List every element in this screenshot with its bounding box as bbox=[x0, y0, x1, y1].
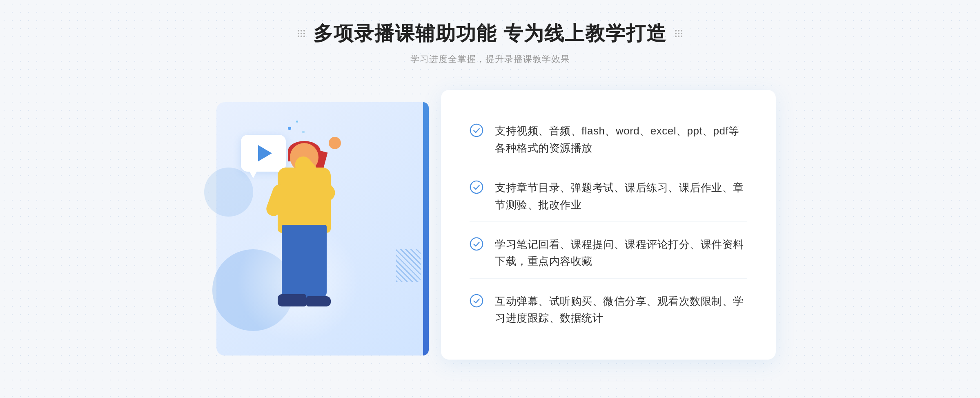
svg-point-0 bbox=[470, 124, 483, 136]
check-circle-icon-2 bbox=[470, 180, 483, 194]
right-decorative-dots bbox=[675, 30, 682, 37]
feature-item-4: 互动弹幕、试听购买、微信分享、观看次数限制、学习进度跟踪、数据统计 bbox=[470, 285, 747, 335]
person-illustration bbox=[253, 143, 359, 339]
feature-item-1: 支持视频、音频、flash、word、excel、ppt、pdf等各种格式的资源… bbox=[470, 114, 747, 165]
features-panel: 支持视频、音频、flash、word、excel、ppt、pdf等各种格式的资源… bbox=[441, 90, 776, 360]
feature-item-3: 学习笔记回看、课程提问、课程评论打分、课件资料下载，重点内容收藏 bbox=[470, 228, 747, 279]
check-circle-icon-3 bbox=[470, 237, 483, 251]
sparkle-icon bbox=[288, 127, 291, 130]
stripe-decoration bbox=[396, 249, 421, 282]
person-body bbox=[278, 168, 331, 233]
small-circle-decoration bbox=[204, 168, 253, 217]
feature-text-1: 支持视频、音频、flash、word、excel、ppt、pdf等各种格式的资源… bbox=[495, 123, 747, 157]
main-content: » bbox=[204, 86, 776, 364]
feature-text-3: 学习笔记回看、课程提问、课程评论打分、课件资料下载，重点内容收藏 bbox=[495, 236, 747, 270]
svg-point-2 bbox=[470, 238, 483, 250]
svg-point-1 bbox=[470, 181, 483, 193]
check-circle-icon-1 bbox=[470, 123, 483, 137]
title-row: 多项录播课辅助功能 专为线上教学打造 bbox=[298, 20, 682, 47]
sparkle-icon-2 bbox=[296, 121, 298, 123]
page-title: 多项录播课辅助功能 专为线上教学打造 bbox=[313, 20, 666, 47]
person-left-shoe bbox=[278, 294, 306, 306]
page-subtitle: 学习进度全掌握，提升录播课教学效果 bbox=[410, 53, 570, 65]
person-raised-hand bbox=[329, 137, 341, 149]
check-circle-icon-4 bbox=[470, 294, 483, 308]
feature-text-2: 支持章节目录、弹题考试、课后练习、课后作业、章节测验、批改作业 bbox=[495, 179, 747, 213]
illustration-area bbox=[204, 86, 441, 364]
page-container: 多项录播课辅助功能 专为线上教学打造 学习进度全掌握，提升录播课教学效果 » bbox=[0, 0, 980, 398]
person-pants bbox=[282, 225, 327, 298]
feature-text-4: 互动弹幕、试听购买、微信分享、观看次数限制、学习进度跟踪、数据统计 bbox=[495, 293, 747, 327]
header-section: 多项录播课辅助功能 专为线上教学打造 学习进度全掌握，提升录播课教学效果 bbox=[298, 20, 682, 65]
person-right-shoe bbox=[306, 296, 331, 306]
feature-item-2: 支持章节目录、弹题考试、课后练习、课后作业、章节测验、批改作业 bbox=[470, 171, 747, 222]
svg-point-3 bbox=[470, 295, 483, 307]
left-decorative-dots bbox=[298, 30, 305, 37]
sparkle-icon-3 bbox=[302, 131, 305, 133]
illustration-blue-bar bbox=[423, 102, 429, 356]
